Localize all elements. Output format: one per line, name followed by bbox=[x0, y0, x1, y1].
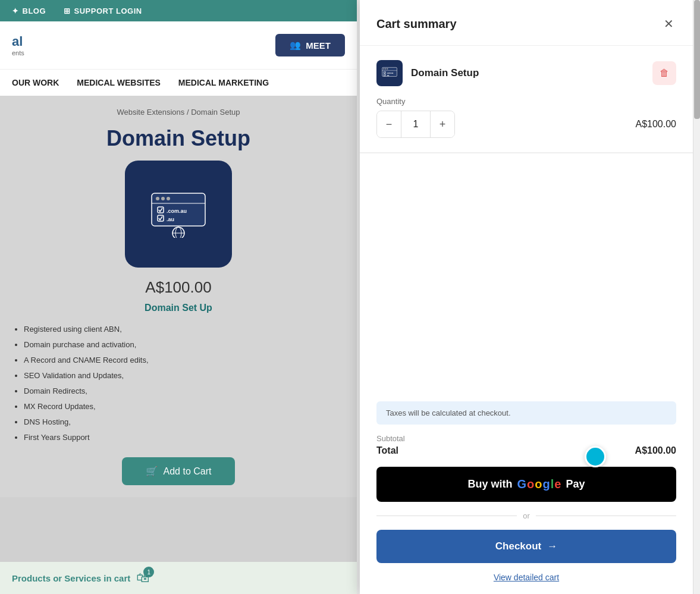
meet-label: MEET bbox=[306, 40, 331, 51]
checkout-label: Checkout bbox=[495, 540, 541, 552]
blog-link[interactable]: ✦ BLOG bbox=[12, 7, 46, 15]
meet-icon: 👥 bbox=[290, 40, 301, 51]
nav-medical-websites[interactable]: MEDICAL WEBSITES bbox=[77, 78, 161, 87]
support-icon: ⊞ bbox=[64, 7, 71, 15]
svg-text:.com.au: .com.au bbox=[167, 208, 187, 214]
subtotal-label: Subtotal bbox=[376, 434, 676, 443]
scrollbar[interactable] bbox=[693, 0, 700, 594]
blog-label: BLOG bbox=[23, 7, 46, 15]
svg-point-13 bbox=[383, 68, 384, 70]
total-amount: A$100.00 bbox=[635, 445, 676, 456]
trash-icon: 🗑 bbox=[660, 68, 669, 78]
cart-item-section: .com.au .au Domain Setup 🗑 Quantity − bbox=[360, 46, 693, 153]
svg-point-2 bbox=[161, 197, 165, 200]
feature-6: MX Record Updates, bbox=[24, 399, 345, 414]
blog-icon: ✦ bbox=[12, 7, 19, 15]
support-login-link[interactable]: ⊞ SUPPORT LOGIN bbox=[64, 7, 142, 15]
quantity-row: − 1 + A$100.00 bbox=[376, 111, 676, 138]
feature-4: SEO Validation and Updates, bbox=[24, 368, 345, 384]
breadcrumb: Website Extensions / Domain Setup bbox=[12, 108, 345, 117]
or-text: or bbox=[523, 511, 530, 520]
nav-our-work[interactable]: OUR WORK bbox=[12, 78, 59, 87]
feature-2: Domain purchase and activation, bbox=[24, 337, 345, 353]
view-cart-label: View detailed cart bbox=[494, 573, 559, 582]
logo-text: al bbox=[12, 34, 24, 49]
cart-header: Cart summary ✕ bbox=[360, 0, 693, 46]
page-content: Website Extensions / Domain Setup Domain… bbox=[0, 96, 357, 497]
feature-7: DNS Hosting, bbox=[24, 414, 345, 430]
feature-8: First Years Support bbox=[24, 430, 345, 445]
svg-text:.com.au: .com.au bbox=[387, 72, 394, 74]
product-price: A$100.00 bbox=[12, 278, 345, 297]
add-to-cart-button[interactable]: 🛒 Add to Cart bbox=[122, 457, 236, 485]
decrease-quantity-button[interactable]: − bbox=[377, 111, 401, 137]
feature-1: Registered using client ABN, bbox=[24, 322, 345, 337]
nav-links: OUR WORK MEDICAL WEBSITES MEDICAL MARKET… bbox=[0, 69, 357, 96]
breadcrumb-parent[interactable]: Website Extensions bbox=[117, 108, 184, 117]
cart-title: Cart summary bbox=[376, 17, 457, 31]
minus-icon: − bbox=[386, 118, 393, 131]
cart-footer: Taxes will be calculated at checkout. Su… bbox=[360, 389, 693, 594]
delete-item-button[interactable]: 🗑 bbox=[652, 61, 676, 85]
total-row: Total A$100.00 bbox=[376, 445, 676, 456]
add-to-cart-label: Add to Cart bbox=[164, 466, 212, 477]
checkout-arrow-icon: → bbox=[547, 540, 557, 552]
svg-point-3 bbox=[167, 197, 170, 200]
support-label: SUPPORT LOGIN bbox=[74, 7, 142, 15]
buy-with-text: Buy with bbox=[468, 478, 513, 491]
feature-5: Domain Redirects, bbox=[24, 384, 345, 399]
close-icon: ✕ bbox=[664, 17, 674, 30]
nav-medical-marketing[interactable]: MEDICAL MARKETING bbox=[178, 78, 269, 87]
svg-point-15 bbox=[387, 68, 388, 70]
svg-point-1 bbox=[156, 197, 159, 200]
close-cart-button[interactable]: ✕ bbox=[661, 14, 676, 33]
product-features: Registered using client ABN, Domain purc… bbox=[12, 322, 345, 445]
checkout-button[interactable]: Checkout → bbox=[376, 530, 676, 563]
product-title: Domain Setup bbox=[12, 126, 345, 151]
plus-icon: + bbox=[440, 118, 446, 131]
cart-panel: Cart summary ✕ .com.au bbox=[360, 0, 693, 594]
cart-item-info: .com.au .au Domain Setup bbox=[376, 60, 479, 86]
svg-point-9 bbox=[172, 227, 184, 238]
cart-item-name: Domain Setup bbox=[411, 67, 479, 79]
pay-text: Pay bbox=[566, 478, 585, 491]
quantity-section: Quantity − 1 + A$100.00 bbox=[376, 97, 676, 138]
svg-point-14 bbox=[385, 68, 386, 70]
quantity-label: Quantity bbox=[376, 97, 676, 106]
cart-icon: 🛒 bbox=[146, 466, 158, 477]
cart-item-icon: .com.au .au bbox=[376, 60, 403, 86]
website-background: ✦ BLOG ⊞ SUPPORT LOGIN al ents 👥 MEET OU… bbox=[0, 0, 357, 594]
increase-quantity-button[interactable]: + bbox=[431, 111, 454, 137]
or-divider: or bbox=[376, 511, 676, 520]
cart-icon-wrap[interactable]: 🛍 1 bbox=[136, 570, 149, 586]
cart-item-header: .com.au .au Domain Setup 🗑 bbox=[376, 60, 676, 86]
logo-sub: ents bbox=[12, 49, 24, 56]
main-nav: al ents 👥 MEET bbox=[0, 21, 357, 69]
scrollbar-thumb[interactable] bbox=[694, 0, 700, 119]
svg-text:.au: .au bbox=[387, 74, 390, 77]
buy-with-gpay-button[interactable]: Buy with Google Pay bbox=[376, 467, 676, 502]
tax-notice: Taxes will be calculated at checkout. bbox=[376, 401, 676, 425]
item-price: A$100.00 bbox=[635, 119, 676, 130]
logo: al ents bbox=[12, 34, 24, 56]
cart-count-badge: 1 bbox=[143, 567, 154, 577]
quantity-control: − 1 + bbox=[376, 111, 455, 138]
gpay-logo: Google bbox=[517, 477, 561, 491]
floating-action-button[interactable] bbox=[585, 446, 606, 467]
svg-text:.au: .au bbox=[167, 216, 174, 222]
svg-point-10 bbox=[175, 227, 181, 238]
bottom-bar-text: Products or Services in cart bbox=[12, 573, 130, 583]
product-image: .com.au .au bbox=[125, 161, 232, 268]
quantity-value: 1 bbox=[401, 111, 431, 137]
breadcrumb-current: Domain Setup bbox=[191, 108, 240, 117]
total-label: Total bbox=[376, 445, 398, 456]
product-subtitle: Domain Set Up bbox=[12, 303, 345, 313]
feature-3: A Record and CNAME Record edits, bbox=[24, 353, 345, 368]
bottom-bar: Products or Services in cart 🛍 1 bbox=[0, 562, 357, 594]
view-detailed-cart-button[interactable]: View detailed cart bbox=[376, 573, 676, 582]
top-bar: ✦ BLOG ⊞ SUPPORT LOGIN bbox=[0, 0, 357, 21]
meet-button[interactable]: 👥 MEET bbox=[275, 34, 345, 56]
